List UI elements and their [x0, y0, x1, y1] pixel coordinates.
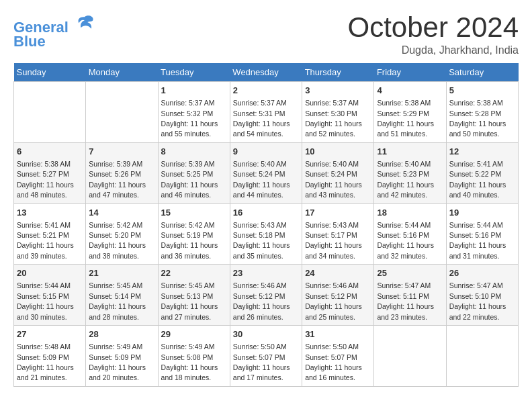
day-number: 2 [233, 85, 299, 97]
day-number: 8 [161, 146, 227, 158]
day-number: 28 [89, 328, 154, 340]
day-number: 3 [305, 85, 371, 97]
day-number: 14 [89, 207, 154, 219]
weekday-header-thursday: Thursday [302, 63, 374, 82]
day-info: Sunrise: 5:50 AMSunset: 5:07 PMDaylight:… [305, 342, 362, 381]
title-section: October 2024 Dugda, Jharkhand, India [347, 13, 519, 56]
day-info: Sunrise: 5:38 AMSunset: 5:29 PMDaylight:… [377, 99, 434, 138]
day-info: Sunrise: 5:37 AMSunset: 5:32 PMDaylight:… [161, 99, 218, 138]
day-number: 11 [377, 146, 443, 158]
page-header: General Blue October 2024 Dugda, Jharkha… [13, 13, 519, 56]
calendar-cell: 2 Sunrise: 5:37 AMSunset: 5:31 PMDayligh… [230, 82, 302, 143]
calendar-cell: 29 Sunrise: 5:49 AMSunset: 5:08 PMDaylig… [158, 326, 230, 387]
day-info: Sunrise: 5:46 AMSunset: 5:12 PMDaylight:… [233, 281, 290, 320]
day-info: Sunrise: 5:38 AMSunset: 5:27 PMDaylight:… [17, 160, 74, 199]
day-number: 31 [305, 328, 371, 340]
day-info: Sunrise: 5:47 AMSunset: 5:10 PMDaylight:… [449, 281, 506, 320]
calendar-cell: 10 Sunrise: 5:40 AMSunset: 5:24 PMDaylig… [302, 142, 374, 203]
day-info: Sunrise: 5:44 AMSunset: 5:16 PMDaylight:… [449, 221, 506, 260]
weekday-header-monday: Monday [86, 63, 158, 82]
day-info: Sunrise: 5:37 AMSunset: 5:31 PMDaylight:… [233, 99, 290, 138]
day-number: 4 [377, 85, 443, 97]
calendar-cell: 13 Sunrise: 5:41 AMSunset: 5:21 PMDaylig… [14, 203, 86, 265]
weekday-header-tuesday: Tuesday [158, 63, 230, 82]
day-number: 29 [161, 328, 227, 340]
calendar-cell: 15 Sunrise: 5:42 AMSunset: 5:19 PMDaylig… [158, 203, 230, 265]
calendar-cell: 3 Sunrise: 5:37 AMSunset: 5:30 PMDayligh… [302, 82, 374, 143]
calendar-cell: 27 Sunrise: 5:48 AMSunset: 5:09 PMDaylig… [14, 326, 86, 387]
day-info: Sunrise: 5:39 AMSunset: 5:26 PMDaylight:… [89, 160, 146, 199]
day-number: 30 [233, 328, 299, 340]
day-info: Sunrise: 5:40 AMSunset: 5:24 PMDaylight:… [233, 160, 290, 199]
calendar-cell: 6 Sunrise: 5:38 AMSunset: 5:27 PMDayligh… [14, 142, 86, 203]
day-number: 26 [449, 267, 515, 279]
calendar-cell: 14 Sunrise: 5:42 AMSunset: 5:20 PMDaylig… [86, 203, 158, 265]
day-number: 9 [233, 146, 299, 158]
day-info: Sunrise: 5:45 AMSunset: 5:14 PMDaylight:… [89, 281, 146, 320]
day-number: 23 [233, 267, 299, 279]
day-info: Sunrise: 5:39 AMSunset: 5:25 PMDaylight:… [161, 160, 218, 199]
calendar-cell: 28 Sunrise: 5:49 AMSunset: 5:09 PMDaylig… [86, 326, 158, 387]
day-number: 25 [377, 267, 443, 279]
day-number: 1 [161, 85, 227, 97]
day-info: Sunrise: 5:48 AMSunset: 5:09 PMDaylight:… [17, 342, 74, 381]
day-number: 16 [233, 207, 299, 219]
day-info: Sunrise: 5:44 AMSunset: 5:15 PMDaylight:… [17, 281, 74, 320]
location-subtitle: Dugda, Jharkhand, India [347, 44, 519, 56]
day-number: 17 [305, 207, 371, 219]
day-info: Sunrise: 5:41 AMSunset: 5:21 PMDaylight:… [17, 221, 74, 260]
day-info: Sunrise: 5:38 AMSunset: 5:28 PMDaylight:… [449, 99, 506, 138]
calendar-cell: 23 Sunrise: 5:46 AMSunset: 5:12 PMDaylig… [230, 265, 302, 326]
calendar-cell: 11 Sunrise: 5:40 AMSunset: 5:23 PMDaylig… [374, 142, 446, 203]
calendar-cell: 25 Sunrise: 5:47 AMSunset: 5:11 PMDaylig… [374, 265, 446, 326]
day-info: Sunrise: 5:40 AMSunset: 5:24 PMDaylight:… [305, 160, 362, 199]
day-number: 19 [449, 207, 515, 219]
day-number: 7 [89, 146, 154, 158]
day-info: Sunrise: 5:42 AMSunset: 5:19 PMDaylight:… [161, 221, 218, 260]
day-info: Sunrise: 5:46 AMSunset: 5:12 PMDaylight:… [305, 281, 362, 320]
calendar-cell: 5 Sunrise: 5:38 AMSunset: 5:28 PMDayligh… [446, 82, 518, 143]
day-info: Sunrise: 5:37 AMSunset: 5:30 PMDaylight:… [305, 99, 362, 138]
calendar-cell: 8 Sunrise: 5:39 AMSunset: 5:25 PMDayligh… [158, 142, 230, 203]
day-number: 18 [377, 207, 443, 219]
calendar-cell: 7 Sunrise: 5:39 AMSunset: 5:26 PMDayligh… [86, 142, 158, 203]
calendar-cell: 12 Sunrise: 5:41 AMSunset: 5:22 PMDaylig… [446, 142, 518, 203]
calendar-week-4: 20 Sunrise: 5:44 AMSunset: 5:15 PMDaylig… [14, 265, 519, 326]
weekday-header-friday: Friday [374, 63, 446, 82]
calendar-cell: 18 Sunrise: 5:44 AMSunset: 5:16 PMDaylig… [374, 203, 446, 265]
day-info: Sunrise: 5:49 AMSunset: 5:08 PMDaylight:… [161, 342, 218, 381]
day-number: 22 [161, 267, 227, 279]
day-number: 21 [89, 267, 154, 279]
calendar-cell [446, 326, 518, 387]
calendar-cell: 16 Sunrise: 5:43 AMSunset: 5:18 PMDaylig… [230, 203, 302, 265]
day-info: Sunrise: 5:50 AMSunset: 5:07 PMDaylight:… [233, 342, 290, 381]
calendar-cell: 17 Sunrise: 5:43 AMSunset: 5:17 PMDaylig… [302, 203, 374, 265]
calendar-cell: 24 Sunrise: 5:46 AMSunset: 5:12 PMDaylig… [302, 265, 374, 326]
calendar-table: SundayMondayTuesdayWednesdayThursdayFrid… [13, 63, 519, 387]
day-number: 10 [305, 146, 371, 158]
logo-blue: Blue [13, 33, 94, 50]
day-number: 27 [17, 328, 83, 340]
day-number: 5 [449, 85, 515, 97]
day-info: Sunrise: 5:42 AMSunset: 5:20 PMDaylight:… [89, 221, 146, 260]
calendar-cell [14, 82, 86, 143]
day-number: 20 [17, 267, 83, 279]
calendar-cell: 9 Sunrise: 5:40 AMSunset: 5:24 PMDayligh… [230, 142, 302, 203]
weekday-header-saturday: Saturday [446, 63, 518, 82]
day-number: 15 [161, 207, 227, 219]
calendar-cell [374, 326, 446, 387]
day-info: Sunrise: 5:40 AMSunset: 5:23 PMDaylight:… [377, 160, 434, 199]
day-info: Sunrise: 5:43 AMSunset: 5:17 PMDaylight:… [305, 221, 362, 260]
day-number: 13 [17, 207, 83, 219]
day-info: Sunrise: 5:44 AMSunset: 5:16 PMDaylight:… [377, 221, 434, 260]
calendar-week-1: 1 Sunrise: 5:37 AMSunset: 5:32 PMDayligh… [14, 82, 519, 143]
calendar-cell: 1 Sunrise: 5:37 AMSunset: 5:32 PMDayligh… [158, 82, 230, 143]
calendar-cell: 20 Sunrise: 5:44 AMSunset: 5:15 PMDaylig… [14, 265, 86, 326]
day-number: 24 [305, 267, 371, 279]
logo: General Blue [13, 13, 94, 50]
day-number: 6 [17, 146, 83, 158]
calendar-cell: 21 Sunrise: 5:45 AMSunset: 5:14 PMDaylig… [86, 265, 158, 326]
calendar-week-5: 27 Sunrise: 5:48 AMSunset: 5:09 PMDaylig… [14, 326, 519, 387]
month-title: October 2024 [347, 13, 519, 42]
calendar-cell: 4 Sunrise: 5:38 AMSunset: 5:29 PMDayligh… [374, 82, 446, 143]
